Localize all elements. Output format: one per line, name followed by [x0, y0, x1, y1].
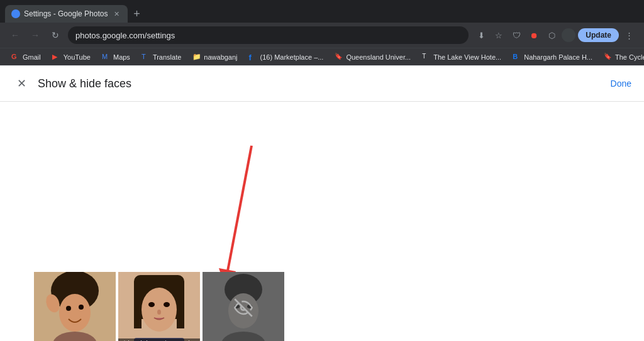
star-icon[interactable]: ☆ — [491, 28, 506, 43]
svg-point-6 — [79, 305, 84, 310]
forward-button[interactable]: → — [28, 28, 43, 43]
face-grid: uick and short acting namely — [34, 272, 284, 341]
gmail-icon: G — [11, 53, 20, 62]
extensions-icon[interactable]: ⬡ — [544, 28, 559, 43]
face-card-3[interactable] — [203, 272, 284, 341]
page-content: ✕ Show & hide faces Done — [0, 66, 644, 341]
close-button[interactable]: ✕ — [13, 75, 30, 92]
svg-point-15 — [164, 302, 170, 307]
svg-rect-11 — [134, 291, 142, 328]
bookmark-queensland[interactable]: 🔖 Queensland Univer... — [330, 51, 416, 63]
bookmark-label: nawabganj — [204, 53, 237, 61]
facebook-icon: f — [249, 53, 258, 62]
new-tab-button[interactable]: + — [128, 5, 145, 23]
bookmark-label: The Lake View Hote... — [433, 53, 501, 61]
active-tab[interactable]: Settings - Google Photos ✕ — [5, 5, 128, 23]
youtube-icon: ▶ — [52, 53, 61, 62]
bookmarks-bar: G Gmail ▶ YouTube M Maps T Translate 📁 n… — [0, 48, 644, 65]
header-left: ✕ Show & hide faces — [13, 75, 131, 92]
record-icon[interactable]: ⏺ — [526, 28, 541, 43]
maps-icon: M — [102, 53, 111, 62]
browser-window: Settings - Google Photos ✕ + ← → ↻ ⬇ ☆ 🛡… — [0, 0, 644, 341]
hidden-eye-icon — [234, 298, 253, 321]
svg-point-5 — [66, 306, 71, 311]
bookmark-maps[interactable]: M Maps — [97, 51, 135, 63]
face-card-2[interactable]: uick and short acting namely — [118, 272, 200, 341]
svg-rect-12 — [177, 291, 184, 328]
bookmark-cycle[interactable]: 🔖 The Cycle Of Ameri... — [599, 51, 644, 63]
tab-title: Settings - Google Photos — [24, 9, 108, 18]
bookmark-label: Gmail — [23, 53, 41, 61]
menu-icon[interactable]: ⋮ — [621, 28, 636, 43]
bookmark-translate[interactable]: T Translate — [136, 51, 186, 63]
bookmark-favicon4: 🔖 — [604, 53, 613, 62]
back-button[interactable]: ← — [8, 28, 23, 43]
download-icon[interactable]: ⬇ — [474, 28, 489, 43]
bookmark-label: YouTube — [64, 53, 91, 61]
bookmark-lake-view[interactable]: T The Lake View Hote... — [417, 51, 506, 63]
bookmark-label: The Cycle Of Ameri... — [615, 53, 644, 61]
bookmark-gmail[interactable]: G Gmail — [6, 51, 46, 63]
folder-icon: 📁 — [192, 53, 201, 62]
bookmark-label: Maps — [113, 53, 130, 61]
page-header: ✕ Show & hide faces Done — [0, 66, 644, 102]
face-caption-2: uick and short acting namely — [118, 338, 200, 341]
bookmark-label: Queensland Univer... — [346, 53, 411, 61]
done-button[interactable]: Done — [611, 78, 631, 89]
tab-bar: Settings - Google Photos ✕ + — [0, 0, 644, 23]
update-button[interactable]: Update — [578, 28, 619, 42]
bookmark-favicon3: B — [513, 53, 521, 62]
translate-icon: T — [142, 53, 150, 62]
update-label: Update — [586, 31, 611, 40]
toolbar-icons: ⬇ ☆ 🛡 ⏺ ⬡ Update ⋮ — [474, 28, 636, 43]
svg-line-0 — [226, 146, 252, 278]
svg-point-14 — [148, 302, 155, 307]
bookmark-nawabganj[interactable]: 📁 nawabganj — [187, 51, 242, 63]
bookmark-marketplace[interactable]: f (16) Marketplace –... — [244, 51, 329, 63]
address-input[interactable] — [68, 26, 469, 44]
bookmark-label: Nahargarh Palace H... — [524, 53, 592, 61]
tab-close-button[interactable]: ✕ — [111, 9, 121, 19]
main-area: uick and short acting namely — [0, 102, 644, 341]
tab-favicon — [11, 9, 20, 18]
bookmark-youtube[interactable]: ▶ YouTube — [47, 51, 96, 63]
svg-point-4 — [59, 294, 91, 332]
face-image-1 — [34, 272, 116, 341]
bookmark-favicon2: T — [422, 53, 431, 62]
bookmark-favicon: 🔖 — [335, 53, 343, 62]
bookmark-label: (16) Marketplace –... — [260, 53, 324, 61]
svg-point-16 — [157, 310, 161, 315]
profile-icon[interactable] — [562, 28, 575, 42]
face-image-2 — [118, 272, 200, 341]
face-card-1[interactable] — [34, 272, 116, 341]
shield-icon[interactable]: 🛡 — [509, 28, 524, 43]
bookmark-nahargarh[interactable]: B Nahargarh Palace H... — [508, 51, 597, 63]
address-bar: ← → ↻ ⬇ ☆ 🛡 ⏺ ⬡ Update ⋮ — [0, 23, 644, 48]
bookmark-label: Translate — [153, 53, 181, 61]
page-title: Show & hide faces — [38, 77, 131, 90]
reload-button[interactable]: ↻ — [48, 28, 63, 43]
